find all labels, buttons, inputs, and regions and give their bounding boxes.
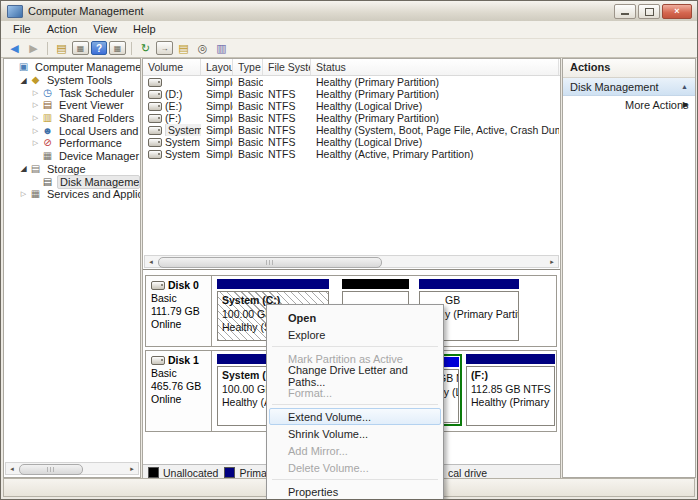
expander-icon[interactable]: ▷: [30, 89, 41, 97]
volume-cell: NTFS: [263, 124, 311, 136]
menu-separator: [272, 479, 438, 480]
tree-item-storage[interactable]: ◢▤Storage: [4, 163, 140, 176]
volume-list-horizontal-scrollbar[interactable]: ◂ ▸: [144, 255, 559, 268]
column-header-status[interactable]: Status: [311, 59, 559, 75]
context-menu-item-properties[interactable]: Properties: [269, 483, 441, 500]
computer-management-window: Computer Management × FileActionViewHelp…: [0, 0, 698, 500]
menu-bar: FileActionViewHelp: [1, 21, 697, 39]
volume-row-f[interactable]: (F:)SimpleBasicNTFSHealthy (Primary Part…: [143, 112, 560, 124]
drive-icon: [148, 114, 162, 123]
context-menu-item-change-drive-letter-and-paths[interactable]: Change Drive Letter and Paths...: [269, 367, 441, 384]
minimize-button[interactable]: [614, 4, 636, 19]
tree-item-task-scheduler[interactable]: ▷◷Task Scheduler: [4, 86, 140, 99]
volume-cell: Healthy (System, Boot, Page File, Active…: [311, 124, 559, 136]
column-header-layout[interactable]: Layout: [201, 59, 233, 75]
expander-icon[interactable]: ▷: [18, 190, 29, 198]
more-actions-item[interactable]: More Actions ▶: [563, 96, 695, 113]
scrollbar-thumb[interactable]: [158, 257, 382, 268]
toolbar-console-window-2-icon[interactable]: ▦: [109, 41, 126, 55]
toolbar-show-hide-console-tree-icon[interactable]: ▤: [53, 41, 70, 56]
expander-icon[interactable]: ◢: [18, 164, 29, 173]
context-menu-item-explore[interactable]: Explore: [269, 326, 441, 343]
volume-row-blank[interactable]: SimpleBasicHealthy (Primary Partition): [143, 76, 560, 88]
volume-row-system-h[interactable]: System (H:)SimpleBasicNTFSHealthy (Activ…: [143, 148, 560, 160]
tree-item-services-and-applications[interactable]: ▷▦Services and Applications: [4, 188, 140, 201]
toolbar-open-folder-icon[interactable]: ▤: [175, 41, 192, 56]
legend-item-unallocated: Unallocated: [148, 467, 218, 479]
volume-cell: Healthy (Primary Partition): [311, 76, 559, 88]
toolbar-forward-icon[interactable]: ▶: [25, 41, 42, 56]
scroll-right-icon[interactable]: ▸: [126, 463, 138, 474]
task-scheduler-icon: ◷: [41, 87, 54, 98]
toolbar-help-icon[interactable]: ?: [91, 41, 107, 55]
tree-item-label: Shared Folders: [57, 112, 136, 124]
volume-row-d[interactable]: (D:)SimpleBasicNTFSHealthy (Primary Part…: [143, 88, 560, 100]
menu-file[interactable]: File: [5, 22, 39, 37]
volume-cell: Simple: [201, 124, 233, 136]
volume-cell: Healthy (Logical Drive): [311, 136, 559, 148]
column-header-file-system[interactable]: File System: [263, 59, 311, 75]
tree-item-event-viewer[interactable]: ▷▤Event Viewer: [4, 99, 140, 112]
expander-icon[interactable]: ▷: [30, 139, 41, 147]
volume-row-system-g[interactable]: System (G:)SimpleBasicNTFSHealthy (Logic…: [143, 136, 560, 148]
tree-item-device-manager[interactable]: ▦Device Manager: [4, 150, 140, 163]
disk-label-disk-1[interactable]: Disk 1Basic465.76 GBOnline: [146, 351, 212, 431]
tree-item-computer-management-local[interactable]: ▣Computer Management (Local): [4, 61, 140, 74]
volume-cell: Basic: [233, 136, 263, 148]
window-title: Computer Management: [28, 5, 144, 17]
partition-color-bar: [342, 279, 409, 289]
disk-icon: [151, 356, 165, 365]
column-header-volume[interactable]: Volume: [143, 59, 201, 75]
expander-icon[interactable]: ◢: [18, 76, 29, 85]
volume-list-header: VolumeLayoutTypeFile SystemStatus: [143, 59, 560, 76]
volume-row-system-c[interactable]: System (C:)SimpleBasicNTFSHealthy (Syste…: [143, 124, 560, 136]
toolbar-disk-settings-icon[interactable]: ▥: [213, 41, 230, 56]
scroll-right-icon[interactable]: ▸: [546, 256, 558, 267]
toolbar-search-icon[interactable]: ◎: [194, 41, 211, 56]
maximize-button[interactable]: [638, 4, 660, 19]
disk-label-disk-0[interactable]: Disk 0Basic111.79 GBOnline: [146, 276, 212, 346]
volume-name: System (C:): [165, 124, 201, 136]
toolbar-export-list-icon[interactable]: →: [156, 41, 173, 55]
tree-horizontal-scrollbar[interactable]: ◂ ▸: [5, 462, 139, 475]
tree-item-system-tools[interactable]: ◢◆System Tools: [4, 74, 140, 87]
scroll-left-icon[interactable]: ◂: [6, 463, 18, 474]
menu-help[interactable]: Help: [125, 22, 164, 37]
toolbar-console-window-icon[interactable]: ▦: [72, 41, 89, 55]
scrollbar-thumb[interactable]: [19, 464, 83, 475]
disk-kind: Basic: [151, 292, 211, 305]
toolbar-back-icon[interactable]: ◀: [6, 41, 23, 56]
drive-icon: [148, 126, 162, 135]
tree-item-local-users-and-groups[interactable]: ▷☻Local Users and Groups: [4, 124, 140, 137]
actions-panel: Actions Disk Management ▲ More Actions ▶: [562, 58, 696, 478]
expander-icon[interactable]: ▷: [30, 101, 41, 109]
context-menu-item-shrink-volume[interactable]: Shrink Volume...: [269, 425, 441, 442]
column-header-type[interactable]: Type: [233, 59, 263, 75]
drive-icon: [148, 102, 162, 111]
volume-row-e[interactable]: (E:)SimpleBasicNTFSHealthy (Logical Driv…: [143, 100, 560, 112]
tree-item-shared-folders[interactable]: ▷▥Shared Folders: [4, 112, 140, 125]
actions-group-disk-management[interactable]: Disk Management ▲: [563, 78, 695, 96]
volume-cell: System (C:): [143, 124, 201, 136]
drive-icon: [148, 138, 162, 147]
collapse-chevron-icon[interactable]: ▲: [681, 83, 688, 90]
tree-item-label: System Tools: [45, 74, 114, 86]
menu-view[interactable]: View: [85, 22, 125, 37]
partition-drive-f[interactable]: (F:)112.85 GB NTFSHealthy (Primary: [466, 354, 555, 426]
menu-action[interactable]: Action: [39, 22, 86, 37]
close-button[interactable]: ×: [662, 4, 692, 19]
performance-icon: ⊘: [41, 138, 54, 149]
context-menu-item-open[interactable]: Open: [269, 309, 441, 326]
expander-icon[interactable]: ▷: [30, 127, 41, 135]
context-menu-item-extend-volume[interactable]: Extend Volume...: [269, 408, 441, 425]
volume-cell: Basic: [233, 76, 263, 88]
toolbar-refresh-icon[interactable]: ↻: [137, 41, 154, 56]
expander-icon[interactable]: ▷: [30, 114, 41, 122]
tree-item-performance[interactable]: ▷⊘Performance: [4, 137, 140, 150]
more-actions-label: More Actions: [625, 99, 689, 111]
title-bar[interactable]: Computer Management ×: [1, 1, 697, 22]
volume-cell: Simple: [201, 112, 233, 124]
disk-status: Online: [151, 393, 211, 406]
tree-item-disk-management[interactable]: ▤Disk Management: [4, 175, 140, 188]
scroll-left-icon[interactable]: ◂: [145, 256, 157, 267]
